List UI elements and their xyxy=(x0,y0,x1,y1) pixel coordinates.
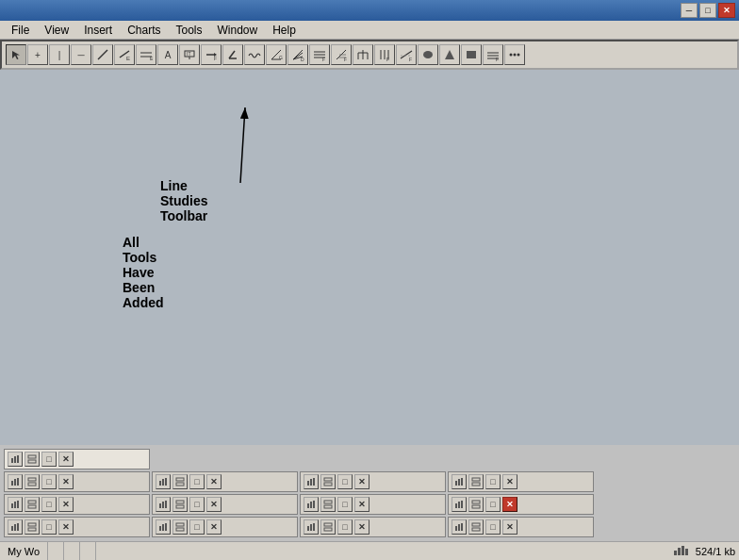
subwindow-tab-2-1[interactable]: □ ✕ xyxy=(4,471,150,492)
tool-speed[interactable]: G xyxy=(266,44,287,65)
sub-chart-icon-1-1[interactable] xyxy=(8,452,23,467)
menu-window[interactable]: Window xyxy=(210,22,266,39)
subwindow-tab-2-3[interactable]: □ ✕ xyxy=(300,471,446,492)
sub-restore-3-2[interactable]: □ xyxy=(189,497,205,512)
sub-chart-icon-2-1[interactable] xyxy=(8,474,23,489)
subwindow-tab-2-4[interactable]: □ ✕ xyxy=(448,471,594,492)
tool-select[interactable] xyxy=(6,44,26,65)
minimize-button[interactable]: ─ xyxy=(681,3,698,18)
tool-parallel[interactable]: E xyxy=(136,44,156,65)
tool-triangle[interactable] xyxy=(439,44,460,65)
tool-pitchfork[interactable] xyxy=(353,44,373,65)
sub-close-4-3[interactable]: ✕ xyxy=(354,519,370,535)
sub-chart-icon-4-3[interactable] xyxy=(304,519,319,535)
sub-stack-icon-2-4[interactable] xyxy=(468,474,484,489)
tool-crosshair[interactable]: + xyxy=(27,44,48,65)
tool-horizontal-line[interactable]: ─ xyxy=(71,44,91,65)
sub-close-2-3[interactable]: ✕ xyxy=(354,474,370,489)
tool-angle[interactable] xyxy=(222,44,243,65)
sub-close-3-1[interactable]: ✕ xyxy=(58,497,74,512)
subwindow-tab-4-4[interactable]: □ ✕ xyxy=(448,517,594,537)
tool-trend-line[interactable] xyxy=(92,44,113,65)
sub-stack-icon-3-3[interactable] xyxy=(320,497,336,512)
tool-gann[interactable]: F xyxy=(309,44,330,65)
sub-stack-icon-4-4[interactable] xyxy=(468,519,484,535)
sub-close-red-3-4[interactable]: ✕ xyxy=(502,497,517,512)
sub-stack-icon-3-4[interactable] xyxy=(468,497,484,512)
sub-chart-icon-3-1[interactable] xyxy=(8,497,23,512)
sub-restore-2-2[interactable]: □ xyxy=(189,474,205,489)
subwindow-tab-3-4[interactable]: □ ✕ xyxy=(448,494,594,515)
sub-chart-icon-4-4[interactable] xyxy=(452,519,467,535)
tool-rectangle[interactable] xyxy=(461,44,482,65)
subwindow-tab-3-1[interactable]: □ ✕ xyxy=(4,494,150,515)
subwindow-tab-4-2[interactable]: □ ✕ xyxy=(152,517,298,537)
subwindow-tab-4-3[interactable]: □ ✕ xyxy=(300,517,446,537)
close-button[interactable]: ✕ xyxy=(718,3,735,18)
tool-text[interactable]: A xyxy=(157,44,178,65)
sub-close-2-4[interactable]: ✕ xyxy=(502,474,517,489)
maximize-button[interactable]: □ xyxy=(699,3,716,18)
subwindow-tab-1-1[interactable]: □ ✕ xyxy=(4,449,150,469)
sub-chart-icon-3-4[interactable] xyxy=(452,497,467,512)
subwindow-tab-2-2[interactable]: □ ✕ xyxy=(152,471,298,492)
tool-fan[interactable]: D xyxy=(287,44,308,65)
sub-close-btn-1-1[interactable]: ✕ xyxy=(58,452,74,467)
sub-restore-2-1[interactable]: □ xyxy=(41,474,57,489)
sub-restore-4-3[interactable]: □ xyxy=(337,519,353,535)
sub-chart-icon-2-4[interactable] xyxy=(452,474,467,489)
tool-linear-regression[interactable]: F xyxy=(396,44,417,65)
sub-restore-3-3[interactable]: □ xyxy=(337,497,353,512)
sub-chart-icon-2-2[interactable] xyxy=(156,474,171,489)
sub-stack-icon-3-1[interactable] xyxy=(25,497,40,512)
tool-ellipse[interactable] xyxy=(418,44,438,65)
sub-stack-icon-4-1[interactable] xyxy=(25,519,40,535)
tool-vertical-line[interactable]: | xyxy=(49,44,70,65)
sub-chart-icon-3-2[interactable] xyxy=(156,497,171,512)
menu-help[interactable]: Help xyxy=(265,22,304,39)
sub-chart-icon-3-3[interactable] xyxy=(304,497,319,512)
sub-restore-3-4[interactable]: □ xyxy=(485,497,501,512)
sub-stack-icon-2-1[interactable] xyxy=(25,474,40,489)
tool-fib-retracement[interactable]: F xyxy=(331,44,352,65)
subwindow-tab-4-1[interactable]: □ ✕ xyxy=(4,517,150,537)
sub-restore-4-1[interactable]: □ xyxy=(41,519,57,535)
sub-close-4-1[interactable]: ✕ xyxy=(58,519,74,535)
sub-restore-3-1[interactable]: □ xyxy=(41,497,57,512)
tool-wave[interactable] xyxy=(244,44,265,65)
sub-stack-icon-4-3[interactable] xyxy=(320,519,336,535)
sub-stack-icon-1-1[interactable] xyxy=(25,452,40,467)
sub-restore-2-4[interactable]: □ xyxy=(485,474,501,489)
menu-insert[interactable]: Insert xyxy=(76,22,120,39)
subwindow-tab-3-3[interactable]: □ ✕ xyxy=(300,494,446,515)
sub-stack-icon-2-3[interactable] xyxy=(320,474,336,489)
sub-chart-icon-2-3[interactable] xyxy=(304,474,319,489)
sub-stack-icon-2-2[interactable] xyxy=(172,474,188,489)
sub-close-3-2[interactable]: ✕ xyxy=(206,497,222,512)
sub-close-3-3[interactable]: ✕ xyxy=(354,497,370,512)
menu-file[interactable]: File xyxy=(4,22,37,39)
sub-chart-icon-4-1[interactable] xyxy=(8,519,23,535)
chart-area: Line Studies Toolbar All Tools Have Been… xyxy=(0,70,739,445)
sub-restore-icon-1-1[interactable]: □ xyxy=(41,452,57,467)
tool-brush[interactable]: F xyxy=(483,44,503,65)
sub-stack-icon-4-2[interactable] xyxy=(172,519,188,535)
tool-more[interactable] xyxy=(504,44,525,65)
sub-close-4-2[interactable]: ✕ xyxy=(206,519,222,535)
menu-view[interactable]: View xyxy=(37,22,76,39)
sub-close-2-1[interactable]: ✕ xyxy=(58,474,74,489)
sub-close-4-4[interactable]: ✕ xyxy=(502,519,517,535)
tool-ray[interactable]: E xyxy=(114,44,135,65)
menu-charts[interactable]: Charts xyxy=(120,22,168,39)
subwindow-tab-3-2[interactable]: □ ✕ xyxy=(152,494,298,515)
sub-restore-4-4[interactable]: □ xyxy=(485,519,501,535)
sub-restore-4-2[interactable]: □ xyxy=(189,519,205,535)
sub-stack-icon-3-2[interactable] xyxy=(172,497,188,512)
sub-close-2-2[interactable]: ✕ xyxy=(206,474,222,489)
tool-price-label[interactable]: IT xyxy=(179,44,200,65)
menu-tools[interactable]: Tools xyxy=(169,22,210,39)
tool-arrow[interactable]: F xyxy=(201,44,222,65)
sub-restore-2-3[interactable]: □ xyxy=(337,474,353,489)
sub-chart-icon-4-2[interactable] xyxy=(156,519,171,535)
tool-cycle-lines[interactable]: F xyxy=(374,44,395,65)
